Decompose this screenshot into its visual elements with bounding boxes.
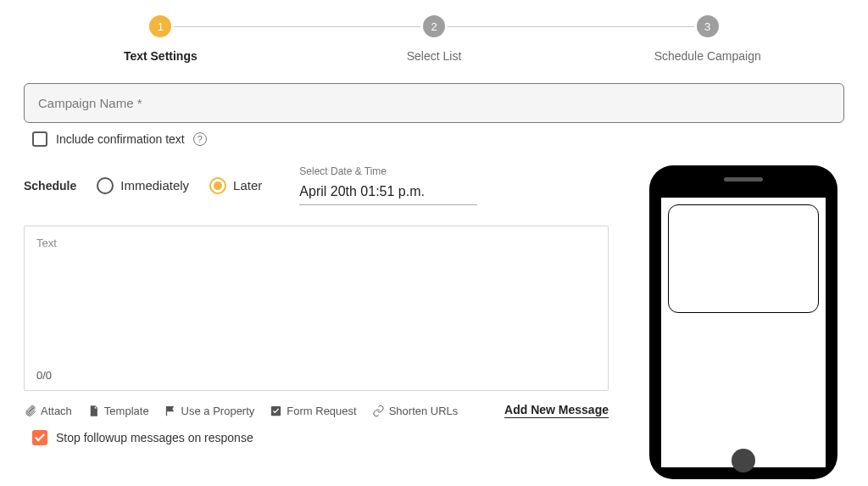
schedule-label: Schedule	[24, 179, 76, 193]
text-placeholder: Text	[36, 237, 596, 249]
attach-action[interactable]: Attach	[24, 405, 72, 417]
radio-later-label: Later	[233, 178, 262, 193]
document-icon	[87, 405, 100, 417]
stop-followup-row: Stop followup messages on response	[24, 430, 609, 445]
step-3-label: Schedule Campaign	[654, 49, 761, 63]
help-icon[interactable]: ?	[193, 132, 207, 146]
template-action[interactable]: Template	[87, 405, 149, 417]
step-3-circle: 3	[697, 15, 719, 37]
phone-speaker	[724, 177, 763, 182]
schedule-later-option[interactable]: Later	[209, 177, 262, 194]
paperclip-icon	[24, 405, 36, 417]
attach-label: Attach	[41, 405, 72, 417]
radio-later[interactable]	[209, 177, 226, 194]
datetime-label: Select Date & Time	[299, 165, 477, 177]
phone-screen	[661, 198, 826, 467]
use-property-action[interactable]: Use a Property	[164, 405, 255, 417]
actions-row: Attach Template Use a Property	[24, 403, 609, 418]
campaign-name-input[interactable]	[24, 83, 844, 123]
radio-immediately-label: Immediately	[120, 178, 189, 193]
step-2-circle: 2	[423, 15, 445, 37]
step-1-circle: 1	[149, 15, 171, 37]
flag-icon	[164, 405, 177, 417]
text-counter: 0/0	[36, 369, 596, 382]
include-confirmation-row: Include confirmation text ?	[24, 131, 844, 147]
step-2-label: Select List	[407, 49, 462, 63]
checkbox-icon	[270, 405, 282, 417]
step-3[interactable]: 3 Schedule Campaign	[570, 15, 844, 63]
form-request-label: Form Request	[287, 405, 356, 417]
schedule-immediately-option[interactable]: Immediately	[97, 177, 189, 194]
step-2[interactable]: 2 Select List	[298, 15, 571, 63]
step-1-label: Text Settings	[124, 49, 198, 63]
step-1[interactable]: 1 Text Settings	[24, 15, 298, 63]
radio-immediately[interactable]	[97, 177, 114, 194]
shorten-urls-action[interactable]: Shorten URLs	[372, 405, 459, 417]
schedule-row: Schedule Immediately Later Select Date &…	[24, 165, 609, 205]
template-label: Template	[104, 405, 149, 417]
datetime-picker[interactable]: Select Date & Time April 20th 01:51 p.m.	[299, 165, 477, 205]
stop-followup-label: Stop followup messages on response	[56, 431, 253, 444]
shorten-urls-label: Shorten URLs	[389, 405, 459, 417]
stop-followup-checkbox[interactable]	[32, 430, 47, 445]
form-request-action[interactable]: Form Request	[270, 405, 356, 417]
include-confirmation-label: Include confirmation text	[56, 132, 185, 146]
phone-preview	[649, 165, 837, 479]
use-property-label: Use a Property	[181, 405, 255, 417]
include-confirmation-checkbox[interactable]	[32, 131, 47, 147]
phone-home-button	[732, 449, 755, 472]
stepper: 1 Text Settings 2 Select List 3 Schedule…	[24, 15, 844, 63]
link-icon	[372, 405, 385, 417]
add-new-message-link[interactable]: Add New Message	[504, 403, 609, 418]
message-bubble	[668, 204, 819, 313]
datetime-value[interactable]: April 20th 01:51 p.m.	[299, 181, 477, 205]
message-text-area[interactable]: Text 0/0	[24, 226, 609, 391]
